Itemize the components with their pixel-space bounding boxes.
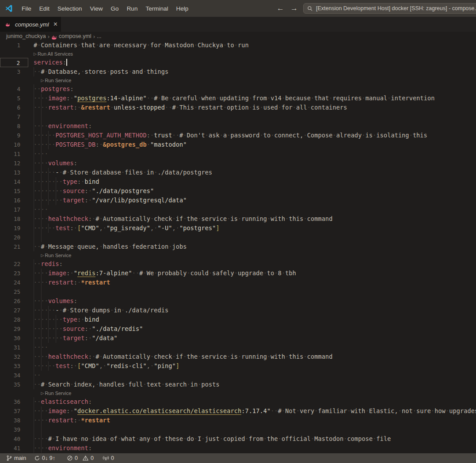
code-line[interactable]: 20 [0,233,476,242]
code-line[interactable]: 18····healthcheck:·#·Automatically·check… [0,214,476,224]
line-number: 3 [0,67,20,76]
code-editor[interactable]: 1#·Containers·that·are·necessary·for·Mas… [0,41,476,453]
text-cursor [66,59,67,66]
tab-close-icon[interactable]: × [53,21,57,28]
menu-help[interactable]: Help [172,4,192,14]
line-number: 2 [0,58,28,67]
code-line[interactable]: 11···· [0,149,476,159]
line-number: 11 [0,149,20,159]
play-icon: ▷ [41,253,44,258]
code-line[interactable]: 6····restart:·&restart·unless-stopped··#… [0,103,476,112]
menu-bar: FileEditSelectionViewGoRunTerminalHelp [18,4,192,14]
code-line[interactable]: 25 [0,287,476,296]
menu-selection[interactable]: Selection [53,4,86,14]
code-line[interactable]: 31···· [0,343,476,352]
broadcast-tower-icon [103,455,109,461]
code-line[interactable]: 23····image:·"redis:7-alpine"··#·We·prob… [0,269,476,278]
play-icon: ▷ [41,78,44,83]
git-branch-label: main [14,455,26,461]
code-line[interactable]: 28········type:·bind [0,315,476,324]
breadcrumb-file[interactable]: compose.yml [59,33,91,39]
code-line[interactable]: 19······test:·["CMD",·"pg_isready",·"-U"… [0,224,476,233]
code-line[interactable]: 21··#·Message·queue,·handles·federation·… [0,242,476,251]
codelens-label: Run Service [45,78,71,83]
code-line[interactable]: 38····restart:·*restart [0,416,476,425]
code-line[interactable]: 16········target:·"/var/lib/postgresql/d… [0,196,476,205]
indent-guide [41,112,42,121]
code-line[interactable]: 8····environment: [0,121,476,131]
code-line[interactable]: 32····healthcheck:·#·Automatically·check… [0,352,476,361]
menu-run[interactable]: Run [123,4,142,14]
code-line[interactable]: 9······POSTGRES_HOST_AUTH_METHOD:·trust·… [0,131,476,140]
code-line[interactable]: 10······POSTGRES_DB:·&postgres_db·"masto… [0,140,476,149]
line-number: 33 [0,361,20,371]
code-line[interactable]: 14········type:·bind [0,177,476,186]
git-branch-status[interactable]: main [4,453,28,463]
code-line[interactable]: 33······test:·["CMD",·"redis-cli",·"ping… [0,361,476,371]
code-line[interactable]: 30········target:·"/data" [0,334,476,343]
code-line[interactable]: 17···· [0,205,476,214]
line-number: 23 [0,269,20,278]
breadcrumb-separator: › [48,33,50,40]
codelens-run-action[interactable]: ▷Run Service [0,389,476,397]
codelens-run-action[interactable]: ▷Run Service [0,251,476,259]
code-line[interactable]: 27······-·#·Store·dumps·in·./data/redis [0,306,476,315]
codelens-run-action[interactable]: ▷Run All Services [0,50,476,58]
code-line[interactable]: 2services: [0,58,476,67]
line-number: 34 [0,371,20,380]
errors-icon [67,455,73,461]
code-line[interactable]: 7 [0,112,476,121]
tab-label: compose.yml [15,21,49,28]
breadcrumb-folder[interactable]: junimo_chuckya [6,33,46,39]
code-line[interactable]: 1#·Containers·that·are·necessary·for·Mas… [0,41,476,50]
code-line[interactable]: 24····restart:·*restart [0,278,476,287]
code-line[interactable]: 35··#·Search·index,·handles·full·text·se… [0,380,476,389]
line-number: 17 [0,205,20,214]
tab-compose-yml[interactable]: compose.yml × [0,17,61,32]
breadcrumb-separator: › [93,33,95,40]
git-sync-status[interactable]: 0↓ 9↑ [32,453,57,463]
menu-file[interactable]: File [18,4,35,14]
line-number: 15 [0,186,20,196]
line-number: 37 [0,406,20,416]
line-number: 36 [0,397,20,406]
menu-view[interactable]: View [86,4,107,14]
line-number: 9 [0,131,20,140]
problems-status[interactable]: 0 0 [65,453,96,463]
menu-edit[interactable]: Edit [35,4,53,14]
breadcrumb-more[interactable]: ... [97,33,101,39]
git-sync-label: 0↓ 9↑ [42,455,55,461]
code-line[interactable]: 4··postgres: [0,84,476,94]
code-line[interactable]: 12····volumes: [0,159,476,168]
nav-forward-icon[interactable]: → [290,4,298,13]
code-line[interactable]: 39 [0,425,476,434]
code-line[interactable]: 40····#·I·have·no·idea·of·what·any·of·th… [0,434,476,444]
line-number: 29 [0,324,20,334]
docker-whale-icon [51,34,57,40]
ports-status[interactable]: 0 [100,453,116,463]
line-number: 40 [0,434,20,444]
code-line[interactable]: 3··#·Database,·stores·posts·and·things [0,67,476,76]
command-center[interactable]: [Extension Development Host] docker [SSH… [303,3,476,14]
code-line[interactable]: 15········source:·"./data/postgres" [0,186,476,196]
indent-guide [34,112,34,121]
code-line[interactable]: 5····image:·"postgres:14-alpine"··#·Be·c… [0,94,476,103]
line-number: 8 [0,121,20,131]
code-line[interactable]: 22··redis: [0,259,476,269]
line-number: 31 [0,343,20,352]
code-line[interactable]: 26····volumes: [0,296,476,306]
codelens-run-action[interactable]: ▷Run Service [0,76,476,84]
menu-go[interactable]: Go [107,4,123,14]
line-number: 39 [0,425,20,434]
code-line[interactable]: 29········source:·"./data/redis" [0,324,476,334]
code-line[interactable]: 13······-·#·Store·database·files·in·./da… [0,168,476,177]
code-line[interactable]: 37····image:·"docker.elastic.co/elastics… [0,406,476,416]
menu-terminal[interactable]: Terminal [141,4,172,14]
line-number: 28 [0,315,20,324]
line-number: 1 [0,41,20,50]
code-line[interactable]: 36··elasticsearch: [0,397,476,406]
code-line[interactable]: 34·· [0,371,476,380]
nav-back-icon[interactable]: ← [277,4,284,13]
line-number: 6 [0,103,20,112]
code-line[interactable]: 41····environment: [0,444,476,453]
